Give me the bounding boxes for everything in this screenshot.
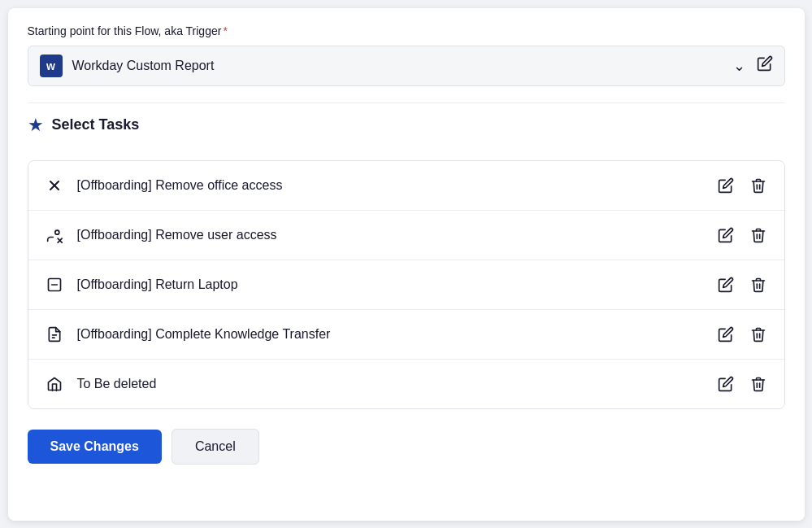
task-actions-4 (714, 323, 770, 346)
workday-icon: w (40, 55, 63, 77)
delete-task-1-button[interactable] (747, 174, 770, 197)
task-icon-user-x (43, 227, 66, 243)
task-name-2: [Offboarding] Remove user access (77, 228, 714, 242)
trigger-label: Starting point for this Flow, aka Trigge… (28, 24, 785, 37)
footer-actions: Save Changes Cancel (28, 429, 785, 465)
task-row: [Offboarding] Return Laptop (28, 260, 784, 310)
save-changes-button[interactable]: Save Changes (28, 430, 162, 464)
delete-task-5-button[interactable] (747, 373, 770, 395)
tasks-container: [Offboarding] Remove office access (28, 160, 785, 409)
task-name-4: [Offboarding] Complete Knowledge Transfe… (77, 327, 714, 342)
task-actions-2 (714, 224, 770, 247)
edit-task-4-button[interactable] (714, 323, 737, 346)
task-actions-5 (714, 373, 770, 395)
delete-task-2-button[interactable] (747, 224, 770, 247)
cancel-button[interactable]: Cancel (172, 429, 259, 465)
edit-task-1-button[interactable] (714, 174, 737, 197)
edit-task-5-button[interactable] (714, 373, 737, 395)
task-icon-x (43, 177, 66, 194)
task-name-5: To Be deleted (77, 377, 714, 391)
edit-trigger-icon[interactable] (757, 55, 773, 76)
section-title: Select Tasks (52, 116, 140, 133)
trigger-name: Workday Custom Report (72, 59, 733, 73)
main-container: Starting point for this Flow, aka Trigge… (8, 8, 805, 521)
trigger-actions: ⌄ (733, 55, 773, 76)
task-icon-file (43, 326, 66, 343)
delete-task-3-button[interactable] (747, 273, 770, 296)
task-actions-1 (714, 174, 770, 197)
star-icon: ★ (28, 115, 44, 136)
delete-task-4-button[interactable] (747, 323, 770, 346)
workday-icon-letter: w (46, 59, 55, 72)
edit-task-3-button[interactable] (714, 273, 737, 296)
section-header: ★ Select Tasks (28, 103, 785, 147)
trigger-selector[interactable]: w Workday Custom Report ⌄ (28, 46, 785, 86)
task-name-1: [Offboarding] Remove office access (77, 178, 714, 193)
chevron-down-icon[interactable]: ⌄ (733, 57, 745, 75)
task-actions-3 (714, 273, 770, 296)
task-icon-home (43, 376, 66, 392)
task-row: To Be deleted (28, 360, 784, 408)
task-icon-minus-square (43, 277, 66, 293)
task-row: [Offboarding] Remove user access (28, 211, 784, 260)
task-row: [Offboarding] Remove office access (28, 161, 784, 211)
task-name-3: [Offboarding] Return Laptop (77, 277, 714, 292)
task-row: [Offboarding] Complete Knowledge Transfe… (28, 310, 784, 360)
edit-task-2-button[interactable] (714, 224, 737, 247)
